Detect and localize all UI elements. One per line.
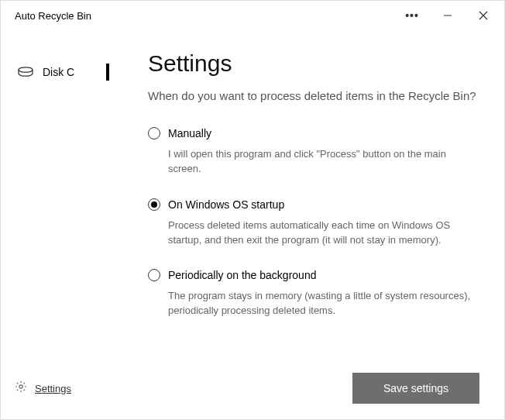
titlebar: Auto Recycle Bin •••	[1, 1, 504, 30]
footer: Save settings	[148, 363, 479, 404]
option-periodically-header[interactable]: Periodically on the background	[148, 269, 479, 281]
window-body: Disk C Settings Settings When do you wan…	[1, 30, 504, 419]
radio-on-startup[interactable]	[148, 198, 160, 211]
sidebar-settings-link[interactable]: Settings	[1, 376, 119, 401]
sidebar-item-label: Disk C	[43, 66, 74, 78]
radio-periodically[interactable]	[148, 269, 160, 281]
save-button[interactable]: Save settings	[352, 373, 479, 404]
option-label: Manually	[168, 127, 211, 139]
disk-icon	[18, 67, 33, 77]
option-manually: Manually I will open this program and cl…	[148, 127, 479, 177]
option-label: On Windows OS startup	[168, 198, 284, 211]
svg-point-4	[19, 385, 22, 388]
option-periodically: Periodically on the background The progr…	[148, 269, 479, 318]
page-subtitle: When do you want to process deleted item…	[148, 88, 479, 104]
page-title: Settings	[148, 50, 479, 77]
radio-manually[interactable]	[148, 127, 160, 139]
sidebar: Disk C Settings	[1, 30, 119, 419]
option-manually-header[interactable]: Manually	[148, 127, 479, 139]
minimize-button[interactable]	[430, 1, 465, 30]
option-description: Process deleted items automatically each…	[168, 219, 479, 248]
settings-label: Settings	[35, 383, 71, 394]
option-on-startup: On Windows OS startup Process deleted it…	[148, 198, 479, 248]
option-description: The program stays in memory (wasting a l…	[168, 289, 479, 318]
close-button[interactable]	[465, 1, 501, 30]
app-title: Auto Recycle Bin	[15, 10, 394, 22]
option-description: I will open this program and click "Proc…	[168, 147, 479, 177]
option-on-startup-header[interactable]: On Windows OS startup	[148, 198, 479, 211]
more-icon: •••	[405, 9, 419, 22]
close-icon	[479, 11, 488, 20]
main-panel: Settings When do you want to process del…	[119, 30, 504, 419]
minimize-icon	[443, 11, 452, 20]
more-button[interactable]: •••	[394, 1, 430, 30]
gear-icon	[15, 380, 27, 396]
app-window: Auto Recycle Bin ••• Disk C	[0, 0, 505, 420]
sidebar-bottom: Settings	[1, 376, 119, 419]
option-label: Periodically on the background	[168, 269, 316, 281]
sidebar-item-disk-c[interactable]: Disk C	[1, 58, 119, 86]
svg-point-3	[19, 67, 33, 72]
